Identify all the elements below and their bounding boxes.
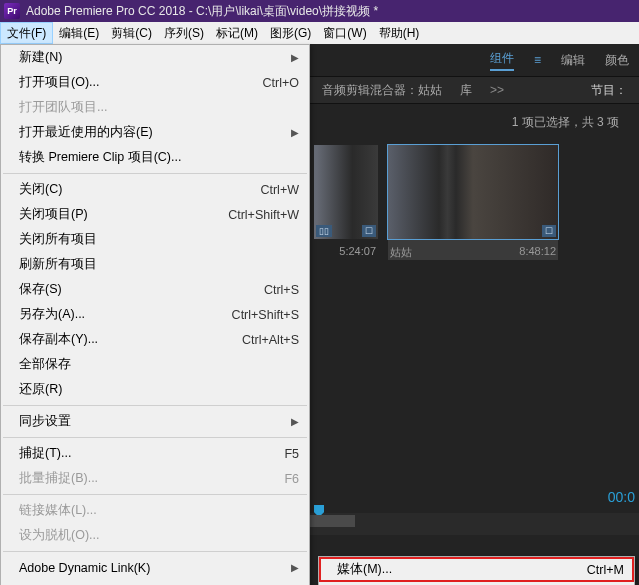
menu-separator	[3, 173, 307, 174]
submenu-item-label: 媒体(M)...	[337, 561, 392, 578]
menu-item: 批量捕捉(B)...F6	[1, 466, 309, 491]
menu-separator	[3, 551, 307, 552]
menu-item: 链接媒体(L)...	[1, 498, 309, 523]
menu-graphics[interactable]: 图形(G)	[264, 22, 317, 44]
tab-edit[interactable]: 编辑	[561, 52, 585, 69]
menu-item: 打开团队项目...	[1, 95, 309, 120]
menu-item[interactable]: 还原(R)	[1, 377, 309, 402]
menu-item-shortcut: Ctrl+O	[263, 76, 299, 90]
panel-tabbar: 音频剪辑混合器：姑姑 库 >> 节目：	[310, 76, 639, 104]
menu-item-label: Adobe Dynamic Link(K)	[19, 561, 150, 575]
menu-item-label: 关闭项目(P)	[19, 206, 88, 223]
menu-item: 设为脱机(O)...	[1, 523, 309, 548]
app-icon: Pr	[4, 3, 20, 19]
menu-item-shortcut: Ctrl+Shift+W	[228, 208, 299, 222]
menu-item-label: 打开团队项目...	[19, 99, 107, 116]
menu-item-label: 打开最近使用的内容(E)	[19, 124, 153, 141]
timecode: 00:0	[608, 489, 635, 505]
submenu-item-shortcut: Ctrl+M	[587, 563, 624, 577]
menu-item[interactable]: 关闭(C)Ctrl+W	[1, 177, 309, 202]
chevron-right-icon: ▶	[291, 416, 299, 427]
thumb-name: 姑姑	[390, 245, 412, 260]
menu-item-label: 批量捕捉(B)...	[19, 470, 98, 487]
workspace-tabbar: 组件 ≡ 编辑 颜色	[310, 44, 639, 76]
chevron-right-icon[interactable]: >>	[490, 83, 504, 97]
thumbnail-strip: ▯▯ ☐ 5:24:07 ☐ 姑姑 8:48:12	[310, 137, 639, 260]
menu-clip[interactable]: 剪辑(C)	[105, 22, 158, 44]
expand-badge-icon: ☐	[542, 225, 556, 237]
selection-status: 1 项已选择，共 3 项	[310, 104, 639, 137]
export-submenu: 媒体(M)...Ctrl+M动态图形模板(R)...	[318, 556, 635, 585]
menu-item[interactable]: 关闭项目(P)Ctrl+Shift+W	[1, 202, 309, 227]
tab-assembly[interactable]: 组件	[490, 50, 514, 71]
timeline-clip[interactable]	[310, 515, 355, 527]
menu-item[interactable]: 同步设置▶	[1, 409, 309, 434]
menu-item[interactable]: Adobe Dynamic Link(K)▶	[1, 555, 309, 580]
titlebar: Pr Adobe Premiere Pro CC 2018 - C:\用户\li…	[0, 0, 639, 22]
tab-color[interactable]: 颜色	[605, 52, 629, 69]
menu-item-label: 保存副本(Y)...	[19, 331, 98, 348]
menu-item-label: 刷新所有项目	[19, 256, 97, 273]
thumbnail-item[interactable]: ▯▯ ☐ 5:24:07	[314, 145, 378, 260]
menu-item[interactable]: 保存副本(Y)...Ctrl+Alt+S	[1, 327, 309, 352]
chevron-right-icon: ▶	[291, 562, 299, 573]
thumb-duration: 8:48:12	[519, 245, 556, 260]
audio-video-badge-icon: ▯▯	[316, 225, 332, 237]
menu-item-label: 全部保存	[19, 356, 71, 373]
thumb-duration: 5:24:07	[339, 245, 376, 257]
menu-item-label: 转换 Premiere Clip 项目(C)...	[19, 149, 181, 166]
menu-marker[interactable]: 标记(M)	[210, 22, 264, 44]
submenu-item[interactable]: 媒体(M)...Ctrl+M	[319, 557, 634, 582]
menu-item[interactable]: 打开项目(O)...Ctrl+O	[1, 70, 309, 95]
menu-item[interactable]: 捕捉(T)...F5	[1, 441, 309, 466]
chevron-right-icon: ▶	[291, 52, 299, 63]
timeline-track[interactable]	[310, 513, 639, 535]
menu-item-shortcut: F5	[284, 447, 299, 461]
menu-item-label: 同步设置	[19, 413, 71, 430]
menu-item-label: 还原(R)	[19, 381, 62, 398]
chevron-right-icon: ▶	[291, 127, 299, 138]
menu-item-label: 捕捉(T)...	[19, 445, 71, 462]
menu-separator	[3, 494, 307, 495]
menu-sequence[interactable]: 序列(S)	[158, 22, 210, 44]
menu-item-label: 链接媒体(L)...	[19, 502, 97, 519]
panel-tab-audiomixer[interactable]: 音频剪辑混合器：姑姑	[322, 82, 442, 99]
hamburger-icon[interactable]: ≡	[534, 53, 541, 67]
menu-item-shortcut: Ctrl+Alt+S	[242, 333, 299, 347]
panel-tab-program[interactable]: 节目：	[591, 82, 627, 99]
file-menu-dropdown: 新建(N)▶打开项目(O)...Ctrl+O打开团队项目...打开最近使用的内容…	[0, 44, 310, 585]
menu-item[interactable]: 新建(N)▶	[1, 45, 309, 70]
menu-item-shortcut: Ctrl+S	[264, 283, 299, 297]
menu-item[interactable]: 打开最近使用的内容(E)▶	[1, 120, 309, 145]
menu-item-shortcut: Ctrl+W	[260, 183, 299, 197]
expand-badge-icon: ☐	[362, 225, 376, 237]
menu-item-label: 关闭(C)	[19, 181, 62, 198]
menu-help[interactable]: 帮助(H)	[373, 22, 426, 44]
menu-item-label: 关闭所有项目	[19, 231, 97, 248]
menu-item[interactable]: 全部保存	[1, 352, 309, 377]
thumbnail-item[interactable]: ☐ 姑姑 8:48:12	[388, 145, 558, 260]
menu-item[interactable]: 转换 Premiere Clip 项目(C)...	[1, 145, 309, 170]
menu-edit[interactable]: 编辑(E)	[53, 22, 105, 44]
menu-item: Adobe Story(R)...	[1, 580, 309, 585]
menu-item[interactable]: 关闭所有项目	[1, 227, 309, 252]
menu-file[interactable]: 文件(F)	[0, 22, 53, 44]
menu-item[interactable]: 另存为(A)...Ctrl+Shift+S	[1, 302, 309, 327]
menu-window[interactable]: 窗口(W)	[317, 22, 372, 44]
menu-item-label: 新建(N)	[19, 49, 62, 66]
menu-separator	[3, 437, 307, 438]
menu-item[interactable]: 刷新所有项目	[1, 252, 309, 277]
menu-item[interactable]: 保存(S)Ctrl+S	[1, 277, 309, 302]
menu-separator	[3, 405, 307, 406]
menu-item-label: 另存为(A)...	[19, 306, 85, 323]
menu-item-label: 保存(S)	[19, 281, 62, 298]
menubar: 文件(F) 编辑(E) 剪辑(C) 序列(S) 标记(M) 图形(G) 窗口(W…	[0, 22, 639, 44]
menu-item-label: 打开项目(O)...	[19, 74, 99, 91]
menu-item-label: 设为脱机(O)...	[19, 527, 99, 544]
menu-item-shortcut: Ctrl+Shift+S	[232, 308, 299, 322]
panel-tab-library[interactable]: 库	[460, 82, 472, 99]
workspace: 组件 ≡ 编辑 颜色 音频剪辑混合器：姑姑 库 >> 节目： 1 项已选择，共 …	[310, 44, 639, 585]
menu-item-shortcut: F6	[284, 472, 299, 486]
window-title: Adobe Premiere Pro CC 2018 - C:\用户\likai…	[26, 3, 378, 20]
